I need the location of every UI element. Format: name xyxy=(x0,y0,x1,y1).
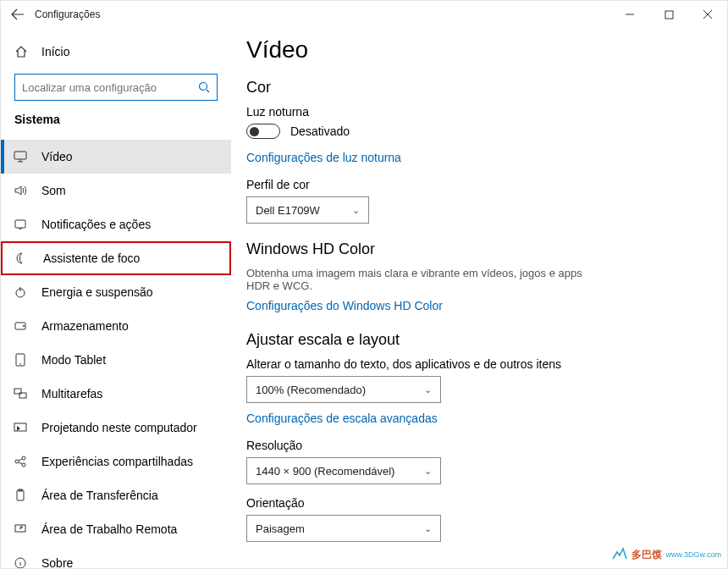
sidebar-item-notifications[interactable]: Notificações e ações xyxy=(1,207,231,241)
nightlight-label: Luz noturna xyxy=(246,105,703,119)
sidebar-group-label: Sistema xyxy=(1,113,231,131)
sidebar-item-multitask[interactable]: Multitarefas xyxy=(1,377,231,411)
sidebar-item-label: Área de Trabalho Remota xyxy=(41,522,177,536)
focus-icon xyxy=(14,251,30,265)
sidebar-item-sound[interactable]: Som xyxy=(1,174,231,207)
orientation-select[interactable]: Paisagem ⌄ xyxy=(246,515,441,542)
close-icon xyxy=(703,9,713,19)
colorprofile-select[interactable]: Dell E1709W ⌄ xyxy=(246,196,369,224)
sidebar-item-remote[interactable]: Área de Trabalho Remota xyxy=(1,512,231,546)
resolution-value: 1440 × 900 (Recomendável) xyxy=(256,465,394,478)
home-button[interactable]: Início xyxy=(1,35,231,69)
chevron-down-icon: ⌄ xyxy=(424,384,432,395)
search-input-wrapper[interactable] xyxy=(14,74,218,101)
sidebar-item-label: Notificações e ações xyxy=(41,218,151,231)
sidebar-item-label: Som xyxy=(41,184,66,197)
resolution-select[interactable]: 1440 × 900 (Recomendável) ⌄ xyxy=(246,457,441,484)
svg-point-14 xyxy=(22,463,25,467)
sidebar-item-storage[interactable]: Armazenamento xyxy=(1,309,231,343)
display-icon xyxy=(13,150,28,163)
remote-icon xyxy=(13,522,28,536)
chevron-down-icon: ⌄ xyxy=(424,466,432,477)
clipboard-icon xyxy=(13,489,28,502)
sidebar-item-label: Experiências compartilhadas xyxy=(41,455,193,468)
svg-rect-2 xyxy=(14,152,26,159)
arrow-left-icon xyxy=(11,8,25,21)
colorprofile-label: Perfil de cor xyxy=(246,178,703,191)
home-icon xyxy=(14,45,28,58)
sidebar-item-label: Energia e suspensão xyxy=(41,285,153,299)
share-icon xyxy=(13,455,28,468)
sidebar-item-clipboard[interactable]: Área de Transferência xyxy=(1,478,231,512)
svg-rect-3 xyxy=(15,220,25,228)
project-icon xyxy=(13,421,28,434)
sidebar-item-label: Armazenamento xyxy=(41,319,129,333)
hdcolor-heading: Windows HD Color xyxy=(246,240,703,258)
window-title: Configurações xyxy=(35,8,100,20)
svg-point-8 xyxy=(19,363,21,365)
nightlight-state: Desativado xyxy=(290,124,350,138)
svg-point-6 xyxy=(23,325,25,327)
sidebar-item-display[interactable]: Vídeo xyxy=(1,140,231,174)
sidebar-item-label: Assistente de foco xyxy=(43,251,140,265)
color-heading: Cor xyxy=(246,79,703,97)
resolution-label: Resolução xyxy=(246,439,703,452)
minimize-icon xyxy=(625,9,635,19)
home-label: Início xyxy=(41,45,69,58)
about-icon xyxy=(13,556,28,568)
maximize-icon xyxy=(665,10,674,19)
maximize-button[interactable] xyxy=(649,1,688,28)
tablet-icon xyxy=(13,353,28,367)
close-button[interactable] xyxy=(688,1,727,28)
power-icon xyxy=(13,285,28,299)
scale-heading: Ajustar escala e layout xyxy=(246,331,703,349)
chevron-down-icon: ⌄ xyxy=(424,523,432,534)
nav-list: VídeoSomNotificações e açõesAssistente d… xyxy=(1,140,231,568)
svg-point-1 xyxy=(200,83,207,91)
svg-rect-11 xyxy=(14,423,26,431)
svg-point-12 xyxy=(15,460,19,463)
hdcolor-desc: Obtenha uma imagem mais clara e vibrante… xyxy=(246,267,585,292)
colorprofile-value: Dell E1709W xyxy=(256,204,320,217)
chevron-down-icon: ⌄ xyxy=(352,205,360,216)
nightlight-settings-link[interactable]: Configurações de luz noturna xyxy=(246,151,401,164)
orientation-label: Orientação xyxy=(246,496,703,510)
orientation-value: Paisagem xyxy=(256,522,305,535)
sidebar-item-focus[interactable]: Assistente de foco xyxy=(1,241,231,275)
titlebar: Configurações xyxy=(1,1,727,28)
multitask-icon xyxy=(13,387,28,401)
svg-rect-0 xyxy=(665,11,673,19)
back-button[interactable] xyxy=(1,1,35,28)
sidebar-item-about[interactable]: Sobre xyxy=(1,546,231,568)
minimize-button[interactable] xyxy=(610,1,649,28)
scale-value: 100% (Recomendado) xyxy=(256,384,366,396)
search-icon xyxy=(198,81,210,93)
sidebar-item-label: Multitarefas xyxy=(41,387,102,401)
sidebar-item-label: Vídeo xyxy=(41,150,73,163)
sound-icon xyxy=(13,184,28,197)
svg-rect-15 xyxy=(17,490,24,500)
sidebar-item-project[interactable]: Projetando neste computador xyxy=(1,411,231,445)
notifications-icon xyxy=(13,218,28,231)
sidebar-item-tablet[interactable]: Modo Tablet xyxy=(1,343,231,377)
sidebar-item-label: Modo Tablet xyxy=(41,353,106,367)
sidebar-item-label: Sobre xyxy=(41,556,73,568)
svg-point-13 xyxy=(22,456,25,460)
scale-advanced-link[interactable]: Configurações de escala avançadas xyxy=(246,412,438,425)
nightlight-toggle[interactable] xyxy=(246,124,280,139)
sidebar-item-label: Projetando neste computador xyxy=(41,421,197,434)
search-input[interactable] xyxy=(22,81,198,94)
page-title: Vídeo xyxy=(246,36,703,64)
sidebar: Início Sistema VídeoSomNotificações e aç… xyxy=(1,28,231,568)
content-area: Vídeo Cor Luz noturna Desativado Configu… xyxy=(231,28,727,568)
storage-icon xyxy=(13,319,28,333)
scale-label: Alterar o tamanho do texto, dos aplicati… xyxy=(246,357,703,371)
sidebar-item-share[interactable]: Experiências compartilhadas xyxy=(1,445,231,478)
hdcolor-link[interactable]: Configurações do Windows HD Color xyxy=(246,299,443,312)
scale-select[interactable]: 100% (Recomendado) ⌄ xyxy=(246,376,441,403)
sidebar-item-power[interactable]: Energia e suspensão xyxy=(1,275,231,309)
sidebar-item-label: Área de Transferência xyxy=(41,489,158,502)
